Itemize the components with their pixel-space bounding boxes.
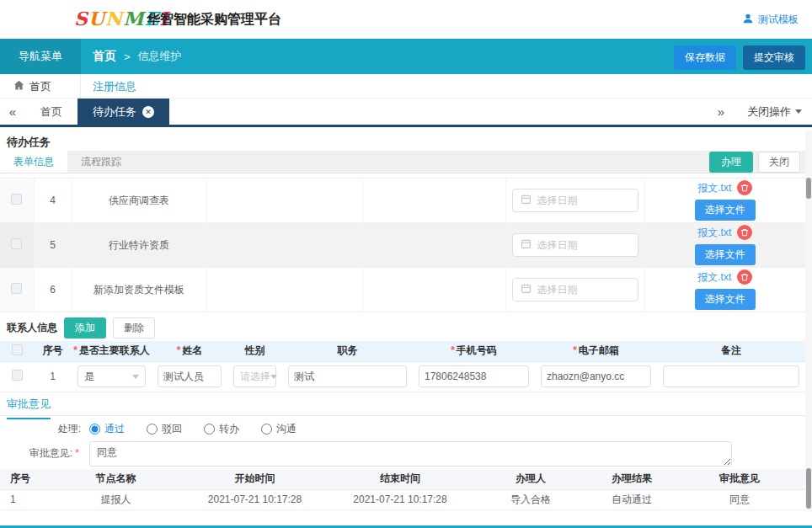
logo-letter: S — [74, 8, 88, 29]
column-header: 办理人 — [472, 469, 590, 489]
tab-form-info[interactable]: 表单信息 — [0, 151, 67, 173]
history-handler: 导入合格 — [472, 489, 590, 509]
process-label: 处理: — [20, 422, 81, 436]
radio-communicate[interactable]: 沟通 — [261, 422, 296, 436]
handle-button[interactable]: 办理 — [709, 152, 753, 173]
column-header: 备注 — [657, 341, 805, 361]
radio-pass-label: 通过 — [104, 422, 125, 436]
select-caret-icon — [270, 375, 277, 379]
email-input[interactable] — [541, 365, 651, 387]
date-placeholder: 选择日期 — [537, 194, 578, 208]
row-checkbox[interactable] — [11, 194, 22, 205]
row-checkbox[interactable] — [11, 283, 22, 294]
remark-input[interactable] — [663, 365, 799, 387]
approval-comment-textarea[interactable]: 同意 — [89, 441, 732, 467]
trash-icon — [740, 227, 749, 239]
column-header: 审批意见 — [674, 469, 805, 489]
gender-select[interactable]: 请选择 — [233, 365, 276, 387]
add-contact-button[interactable]: 添加 — [64, 317, 106, 339]
history-opinion: 同意 — [674, 489, 805, 509]
file-link[interactable]: 报文.txt — [697, 270, 731, 285]
calendar-icon — [521, 283, 532, 296]
page-section-title: 注册信息 — [93, 74, 136, 99]
job-input[interactable] — [288, 365, 407, 387]
phone-input[interactable] — [419, 365, 529, 387]
contacts-table: 序号 *是否主要联系人 *姓名 性别 职务 *手机号码 *电子邮箱 备注 1 是… — [0, 341, 805, 392]
sidebar-item-label: 首页 — [29, 79, 51, 94]
row-checkbox[interactable] — [11, 238, 22, 249]
column-header: *姓名 — [152, 341, 227, 361]
primary-contact-select[interactable]: 是 — [77, 365, 146, 387]
scrollbar-thumb[interactable] — [806, 178, 811, 199]
radio-communicate-label: 沟通 — [276, 422, 296, 436]
choose-file-button[interactable]: 选择文件 — [695, 289, 756, 310]
caret-down-icon — [795, 109, 802, 114]
submit-review-button[interactable]: 提交审核 — [743, 45, 805, 70]
row-index: 1 — [34, 361, 72, 392]
user-name: 测试模板 — [758, 13, 799, 27]
home-icon — [13, 80, 24, 93]
date-placeholder: 选择日期 — [537, 238, 578, 253]
delete-contact-button[interactable]: 删除 — [113, 317, 155, 339]
file-actions: 报文.txt 选择文件 — [645, 180, 806, 221]
date-picker[interactable]: 选择日期 — [512, 189, 638, 212]
close-tab-icon[interactable]: ✕ — [142, 106, 154, 118]
history-no: 1 — [0, 489, 51, 509]
required-asterisk: * — [573, 344, 577, 356]
close-operations-dropdown[interactable]: 关闭操作 — [747, 104, 802, 120]
date-picker[interactable]: 选择日期 — [512, 278, 638, 301]
breadcrumb-home[interactable]: 首页 — [93, 49, 116, 64]
sub-actions: 办理 关闭 — [709, 151, 805, 173]
radio-pass-input[interactable] — [89, 424, 100, 435]
select-all-checkbox[interactable] — [12, 344, 23, 355]
radio-transfer-label: 转办 — [219, 422, 239, 436]
tab-todo-tasks[interactable]: 待办任务 ✕ — [77, 99, 169, 125]
close-button[interactable]: 关闭 — [758, 152, 800, 173]
choose-file-button[interactable]: 选择文件 — [695, 244, 756, 265]
row-checkbox[interactable] — [12, 370, 23, 381]
delete-file-button[interactable] — [737, 269, 752, 285]
scroll-tabs-right-icon[interactable]: » — [708, 104, 734, 119]
tab-flow-track[interactable]: 流程跟踪 — [67, 151, 135, 173]
radio-transfer[interactable]: 转办 — [204, 422, 239, 436]
top-header: SUNMEI 华智智能采购管理平台 测试模板 — [0, 0, 812, 39]
user-icon — [742, 13, 754, 27]
date-picker[interactable]: 选择日期 — [512, 233, 638, 257]
tab-home-label: 首页 — [40, 104, 62, 120]
delete-file-button[interactable] — [737, 225, 752, 240]
nav-menu-title[interactable]: 导航菜单 — [0, 39, 81, 74]
files-table: 4 供应商调查表 选择日期 报文.txt 选择文件 — [0, 178, 805, 312]
scroll-tabs-left-icon[interactable]: « — [0, 99, 25, 125]
save-data-button[interactable]: 保存数据 — [674, 45, 736, 70]
radio-reject-input[interactable] — [147, 424, 158, 435]
file-name: 供应商调查表 — [72, 179, 206, 223]
delete-file-button[interactable] — [737, 180, 752, 195]
sub-tabs: 表单信息 流程跟踪 办理 关闭 — [0, 151, 805, 173]
logo-letter: U — [88, 8, 105, 29]
file-link[interactable]: 报文.txt — [697, 226, 731, 240]
logo-letter: N — [105, 8, 123, 29]
radio-transfer-input[interactable] — [204, 424, 215, 435]
choose-file-button[interactable]: 选择文件 — [695, 200, 756, 221]
required-asterisk: * — [451, 344, 455, 356]
column-header: 性别 — [227, 341, 282, 361]
tab-home[interactable]: 首页 — [25, 99, 77, 125]
scrollbar-thumb[interactable] — [806, 468, 811, 509]
column-header: *手机号码 — [413, 341, 535, 361]
comment-row: 审批意见: * 同意 — [20, 441, 732, 467]
radio-pass[interactable]: 通过 — [89, 422, 125, 436]
radio-reject[interactable]: 驳回 — [147, 422, 182, 436]
calendar-icon — [521, 238, 532, 252]
tab-todo-label: 待办任务 — [93, 104, 136, 120]
primary-contact-value: 是 — [84, 370, 94, 384]
column-header: 职务 — [282, 341, 413, 361]
file-link[interactable]: 报文.txt — [697, 181, 731, 195]
file-row: 6 新添加资质文件模板 选择日期 报文.txt 选择文件 — [0, 268, 805, 312]
contact-name-input[interactable] — [158, 365, 222, 387]
user-menu[interactable]: 测试模板 — [742, 13, 799, 27]
radio-communicate-input[interactable] — [261, 424, 272, 435]
process-row: 处理: 通过 驳回 转办 沟通 — [20, 422, 296, 436]
sidebar-item-home[interactable]: 首页 — [0, 74, 81, 99]
row-index: 4 — [34, 179, 72, 223]
column-header: 办理结果 — [590, 469, 674, 489]
